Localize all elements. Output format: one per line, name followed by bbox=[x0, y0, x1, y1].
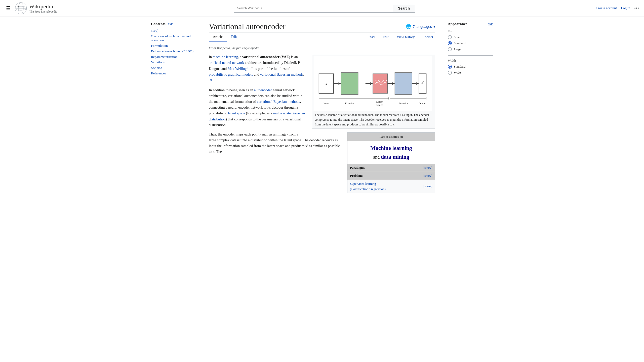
header-right: Create account Log in ••• bbox=[569, 6, 639, 11]
text-size-large[interactable]: Large bbox=[448, 47, 493, 51]
infobox-part-of-series: Part of a series on bbox=[347, 133, 435, 141]
text-size-standard[interactable]: Standard bbox=[448, 41, 493, 45]
login-link[interactable]: Log in bbox=[621, 6, 630, 10]
vbm-link[interactable]: variational Bayesian methods bbox=[260, 72, 303, 76]
toc-title: Contents bbox=[151, 22, 166, 26]
tab-tools[interactable]: Tools ▾ bbox=[421, 32, 435, 42]
width-standard[interactable]: Standard bbox=[448, 65, 493, 69]
toc-hide-button[interactable]: hide bbox=[168, 22, 173, 26]
table-of-contents: Contents hide (Top) Overview of architec… bbox=[151, 17, 201, 202]
diagram-caption: The basic scheme of a variational autoen… bbox=[314, 111, 433, 127]
svg-text:Encoder: Encoder bbox=[345, 102, 354, 105]
text-size-large-radio[interactable] bbox=[448, 47, 452, 51]
toc-item-overview: Overview of architecture and operation bbox=[151, 34, 199, 42]
logo-text: Wikipedia The Free Encyclopedia bbox=[29, 3, 57, 14]
ref2-link[interactable]: [2] bbox=[209, 78, 212, 81]
toc-link-see-also[interactable]: See also bbox=[151, 66, 162, 70]
svg-marker-9 bbox=[339, 82, 341, 85]
appearance-width-label: Width bbox=[448, 59, 493, 63]
text-size-radio-group: Small Standard Large bbox=[448, 35, 493, 51]
tab-edit[interactable]: Edit bbox=[381, 33, 390, 42]
text-size-standard-radio[interactable] bbox=[448, 41, 452, 45]
toc-link-references[interactable]: References bbox=[151, 71, 166, 75]
tab-view-history[interactable]: View history bbox=[395, 33, 417, 42]
classification-link[interactable]: classification bbox=[351, 187, 368, 191]
search-input[interactable] bbox=[234, 4, 393, 12]
svg-text:Space: Space bbox=[376, 103, 383, 106]
chevron-down-icon: ▾ bbox=[433, 25, 435, 29]
toc-item-elbo: Evidence lower bound (ELBO) bbox=[151, 49, 199, 53]
infobox-label-supervised: Supervised learning (classification • re… bbox=[350, 181, 386, 192]
regression-link[interactable]: regression bbox=[371, 187, 384, 191]
appearance-divider bbox=[448, 55, 493, 56]
article-main: Variational autoencoder 🌐 7 languages ▾ … bbox=[201, 17, 443, 202]
text-size-standard-label: Standard bbox=[454, 41, 465, 45]
mvgd-link[interactable]: multivariate Gaussian distribution bbox=[209, 111, 305, 121]
infobox-title-and: and data mining bbox=[350, 152, 432, 161]
toc-link-reparam[interactable]: Reparameterization bbox=[151, 55, 178, 59]
text-size-small[interactable]: Small bbox=[448, 35, 493, 39]
appearance-width-section: Width Standard Wide bbox=[448, 59, 493, 75]
svg-marker-13 bbox=[370, 82, 373, 85]
infobox-show-problems[interactable]: [show] bbox=[423, 173, 432, 178]
vae-diagram-svg: x ··· bbox=[316, 59, 429, 108]
toc-link-top[interactable]: (Top) bbox=[151, 29, 158, 32]
ref1-link[interactable]: [1] bbox=[248, 66, 251, 69]
latent-space-link[interactable]: latent space bbox=[228, 111, 245, 115]
more-options-button[interactable]: ••• bbox=[634, 6, 639, 11]
toc-link-elbo[interactable]: Evidence lower bound (ELBO) bbox=[151, 49, 193, 53]
tabs-left: Article Talk bbox=[209, 32, 241, 42]
width-standard-label: Standard bbox=[454, 65, 465, 69]
toc-link-variations[interactable]: Variations bbox=[151, 60, 165, 64]
logo-title: Wikipedia bbox=[29, 3, 57, 10]
vae-diagram-box: x ··· bbox=[312, 54, 435, 128]
appearance-text-label: Text bbox=[448, 29, 493, 33]
appearance-text-section: Text Small Standard Large bbox=[448, 29, 493, 51]
language-button[interactable]: 🌐 7 languages ▾ bbox=[406, 24, 435, 29]
tab-talk[interactable]: Talk bbox=[227, 32, 241, 42]
width-standard-radio[interactable] bbox=[448, 65, 452, 69]
pgm-link[interactable]: probabilistic graphical models bbox=[209, 72, 253, 76]
site-header: ☰ W Wikipedia The Free Encyclopedia Sear… bbox=[0, 0, 644, 17]
toc-link-formulation[interactable]: Formulation bbox=[151, 44, 168, 48]
supervised-learning-link[interactable]: Supervised learning bbox=[350, 182, 376, 186]
svg-text:Output: Output bbox=[419, 102, 426, 105]
text-size-large-label: Large bbox=[454, 47, 461, 51]
appearance-header: Appearance hide bbox=[448, 22, 493, 26]
width-wide-label: Wide bbox=[454, 71, 461, 75]
text-size-small-label: Small bbox=[454, 35, 461, 39]
toc-item-references: References bbox=[151, 71, 199, 75]
svg-rect-10 bbox=[341, 72, 358, 95]
infobox-row-paradigms: Paradigms [show] bbox=[347, 164, 435, 172]
width-radio-group: Standard Wide bbox=[448, 65, 493, 75]
vbm2-link[interactable]: variational Bayesian methods bbox=[257, 100, 300, 104]
tab-read[interactable]: Read bbox=[366, 33, 377, 42]
appearance-hide-button[interactable]: hide bbox=[488, 22, 493, 26]
svg-text:x: x bbox=[325, 82, 327, 86]
search-button[interactable]: Search bbox=[393, 4, 415, 12]
toc-link-overview[interactable]: Overview of architecture and operation bbox=[151, 34, 191, 42]
lang-count: 7 languages bbox=[413, 25, 432, 29]
hamburger-menu-button[interactable]: ☰ bbox=[5, 4, 12, 12]
ann-link[interactable]: artificial neural network bbox=[209, 61, 244, 65]
tab-article[interactable]: Article bbox=[209, 32, 227, 42]
create-account-link[interactable]: Create account bbox=[596, 6, 617, 10]
article-title-area: Variational autoencoder 🌐 7 languages ▾ bbox=[209, 22, 435, 32]
width-wide[interactable]: Wide bbox=[448, 71, 493, 75]
svg-rect-14 bbox=[373, 74, 387, 93]
infobox-label-paradigms: Paradigms bbox=[350, 165, 365, 170]
text-size-standard-dot bbox=[449, 42, 451, 44]
toc-item-formulation: Formulation bbox=[151, 44, 199, 48]
toc-header: Contents hide bbox=[151, 22, 199, 26]
infobox-show-supervised[interactable]: [show] bbox=[423, 184, 432, 189]
text-size-small-radio[interactable] bbox=[448, 35, 452, 39]
infobox-title-dm: data mining bbox=[381, 154, 409, 160]
logo-subtitle: The Free Encyclopedia bbox=[29, 10, 57, 13]
infobox-show-paradigms[interactable]: [show] bbox=[423, 165, 432, 170]
max-welling-link[interactable]: Max Welling bbox=[228, 67, 247, 71]
machine-learning-link[interactable]: machine learning bbox=[213, 55, 238, 59]
width-wide-radio[interactable] bbox=[448, 71, 452, 75]
autoencoder-link[interactable]: autoencoder bbox=[254, 88, 272, 92]
svg-marker-20 bbox=[416, 82, 419, 85]
logo-link[interactable]: W Wikipedia The Free Encyclopedia bbox=[15, 2, 57, 15]
